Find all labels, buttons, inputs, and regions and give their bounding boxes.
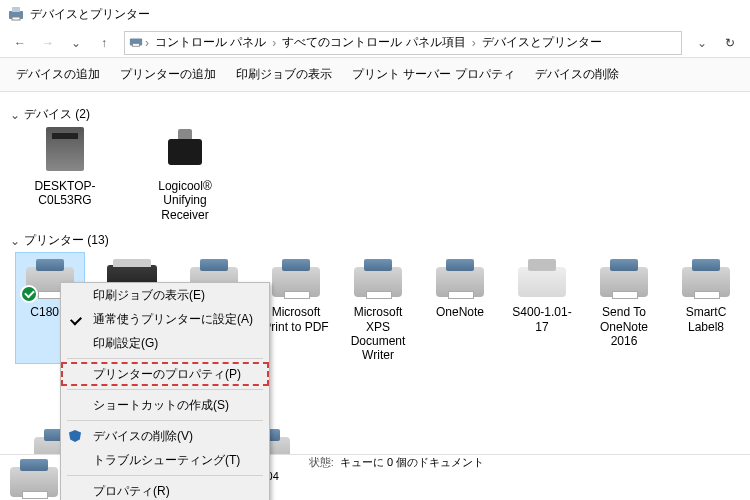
chevron-right-icon: › xyxy=(472,36,476,50)
context-menu: 印刷ジョブの表示(E)通常使うプリンターに設定(A)印刷設定(G)プリンターのプ… xyxy=(60,282,270,500)
crumb-1[interactable]: すべてのコントロール パネル項目 xyxy=(278,34,469,51)
crumb-0[interactable]: コントロール パネル xyxy=(151,34,270,51)
printer-item[interactable]: OneNote xyxy=(426,253,494,363)
printer-icon xyxy=(268,259,324,301)
printer-item[interactable]: Microsoft Print to PDF xyxy=(262,253,330,363)
section-devices-label: デバイス (2) xyxy=(24,106,90,123)
printer-item[interactable]: SmartC Label8 xyxy=(672,253,740,363)
menu-separator xyxy=(67,389,263,390)
device-receiver[interactable]: Logicool® Unifying Receiver xyxy=(140,127,230,222)
chevron-down-icon: ⌄ xyxy=(10,108,20,122)
svg-rect-2 xyxy=(12,17,20,20)
printer-item[interactable]: Send To OneNote 2016 xyxy=(590,253,658,363)
menu-item[interactable]: トラブルシューティング(T) xyxy=(61,448,269,472)
cmd-add-device[interactable]: デバイスの追加 xyxy=(16,66,100,83)
device-label: Logicool® Unifying Receiver xyxy=(140,179,230,222)
menu-item[interactable]: デバイスの削除(V) xyxy=(61,424,269,448)
menu-item[interactable]: 印刷ジョブの表示(E) xyxy=(61,283,269,307)
svg-rect-4 xyxy=(133,44,140,47)
command-bar: デバイスの追加 プリンターの追加 印刷ジョブの表示 プリント サーバー プロパテ… xyxy=(0,58,750,92)
recent-dropdown-icon[interactable]: ⌄ xyxy=(64,31,88,55)
forward-button[interactable]: → xyxy=(36,31,60,55)
printer-label: SmartC Label8 xyxy=(672,305,740,334)
menu-separator xyxy=(67,475,263,476)
devices-row: DESKTOP-C0L53RG Logicool® Unifying Recei… xyxy=(20,127,740,222)
chevron-down-icon: ⌄ xyxy=(10,234,20,248)
up-button[interactable]: ↑ xyxy=(92,31,116,55)
printer-label: OneNote xyxy=(436,305,484,319)
section-printers-label: プリンター (13) xyxy=(24,232,109,249)
cmd-add-printer[interactable]: プリンターの追加 xyxy=(120,66,216,83)
device-label: DESKTOP-C0L53RG xyxy=(20,179,110,208)
selected-printer-icon xyxy=(10,459,48,497)
default-check-icon xyxy=(20,285,38,303)
printer-label: Microsoft Print to PDF xyxy=(262,305,330,334)
desktop-icon xyxy=(41,127,89,175)
printer-icon xyxy=(350,259,406,301)
usb-dongle-icon xyxy=(161,127,209,175)
printer-icon xyxy=(432,259,488,301)
section-printers-header[interactable]: ⌄ プリンター (13) xyxy=(10,232,740,249)
cmd-server-props[interactable]: プリント サーバー プロパティ xyxy=(352,66,515,83)
svg-rect-1 xyxy=(12,7,20,12)
menu-separator xyxy=(67,358,263,359)
nav-bar: ← → ⌄ ↑ › コントロール パネル › すべてのコントロール パネル項目 … xyxy=(0,28,750,58)
printer-icon xyxy=(514,259,570,301)
device-desktop[interactable]: DESKTOP-C0L53RG xyxy=(20,127,110,222)
printer-item[interactable]: S400-1.01-17 xyxy=(508,253,576,363)
window-titlebar: デバイスとプリンター xyxy=(0,0,750,28)
crumb-2[interactable]: デバイスとプリンター xyxy=(478,34,606,51)
menu-separator xyxy=(67,420,263,421)
printer-icon xyxy=(596,259,652,301)
menu-item[interactable]: プリンターのプロパティ(P) xyxy=(61,362,269,386)
history-dropdown-icon[interactable]: ⌄ xyxy=(690,31,714,55)
printer-icon xyxy=(678,259,734,301)
section-devices-header[interactable]: ⌄ デバイス (2) xyxy=(10,106,740,123)
menu-item[interactable]: 印刷設定(G) xyxy=(61,331,269,355)
window-title: デバイスとプリンター xyxy=(30,6,150,23)
printer-label: Microsoft XPS Document Writer xyxy=(344,305,412,363)
chevron-right-icon: › xyxy=(272,36,276,50)
menu-item[interactable]: ショートカットの作成(S) xyxy=(61,393,269,417)
menu-item[interactable]: プロパティ(R) xyxy=(61,479,269,500)
breadcrumb-root-icon xyxy=(129,34,143,51)
printer-item[interactable]: Microsoft XPS Document Writer xyxy=(344,253,412,363)
printer-label: Send To OneNote 2016 xyxy=(590,305,658,348)
chevron-right-icon: › xyxy=(145,36,149,50)
printer-label: S400-1.01-17 xyxy=(508,305,576,334)
back-button[interactable]: ← xyxy=(8,31,32,55)
refresh-button[interactable]: ↻ xyxy=(718,31,742,55)
cmd-show-jobs[interactable]: 印刷ジョブの表示 xyxy=(236,66,332,83)
menu-item[interactable]: 通常使うプリンターに設定(A) xyxy=(61,307,269,331)
printer-app-icon xyxy=(8,6,24,22)
status-col-3: 状態:キューに 0 個のドキュメント xyxy=(309,455,484,500)
breadcrumb[interactable]: › コントロール パネル › すべてのコントロール パネル項目 › デバイスとプ… xyxy=(124,31,682,55)
cmd-remove-device[interactable]: デバイスの削除 xyxy=(535,66,619,83)
